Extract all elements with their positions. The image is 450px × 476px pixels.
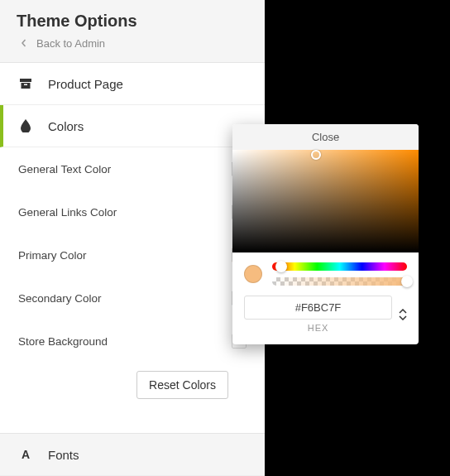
hex-mode-label: HEX: [244, 323, 392, 333]
nav-label: Fonts: [48, 448, 79, 462]
picker-close-button[interactable]: Close: [232, 124, 419, 150]
color-row-store-bg: Store Background: [18, 320, 247, 363]
svg-rect-1: [22, 83, 31, 89]
chevron-up-icon: [399, 309, 407, 314]
saturation-gradient[interactable]: [232, 150, 419, 252]
reset-wrap: Reset Colors: [18, 363, 247, 417]
color-row-general-links: General Links Color: [18, 190, 247, 233]
color-label: Secondary Color: [18, 292, 102, 305]
hue-slider[interactable]: [272, 262, 407, 271]
tint-icon: [18, 118, 33, 133]
nav-fonts[interactable]: A Fonts: [0, 433, 265, 476]
alpha-slider[interactable]: [272, 277, 407, 286]
color-label: Store Background: [18, 335, 108, 348]
chevron-down-icon: [399, 315, 407, 320]
color-row-general-text: General Text Color: [18, 147, 247, 190]
color-row-primary: Primary Color: [18, 233, 247, 276]
theme-options-panel: Theme Options Back to Admin Product Page…: [0, 0, 265, 476]
hex-input[interactable]: [244, 296, 392, 320]
mode-cycle-button[interactable]: [399, 309, 407, 320]
panel-header: Theme Options Back to Admin: [0, 0, 265, 63]
color-picker-popover: Close HEX: [232, 124, 419, 344]
alpha-handle[interactable]: [401, 276, 413, 287]
svg-rect-2: [24, 84, 27, 86]
color-label: General Links Color: [18, 206, 117, 219]
nav-label: Product Page: [48, 77, 123, 91]
back-label: Back to Admin: [36, 37, 105, 50]
font-icon: A: [18, 447, 33, 462]
color-label: Primary Color: [18, 249, 87, 262]
color-row-secondary: Secondary Color: [18, 276, 247, 320]
page-title: Theme Options: [17, 12, 248, 31]
archive-icon: [18, 76, 33, 91]
picker-controls: HEX: [232, 252, 419, 344]
hue-handle[interactable]: [275, 261, 287, 272]
svg-text:A: A: [22, 448, 30, 461]
reset-colors-button[interactable]: Reset Colors: [136, 371, 228, 399]
color-options-list: General Text Color General Links Color P…: [0, 147, 265, 433]
gradient-handle[interactable]: [311, 150, 321, 160]
svg-rect-0: [20, 79, 31, 82]
back-to-admin-link[interactable]: Back to Admin: [17, 36, 248, 50]
chevron-left-icon: [17, 36, 31, 50]
nav-colors[interactable]: Colors: [0, 105, 265, 147]
nav-product-page[interactable]: Product Page: [0, 63, 265, 105]
color-label: General Text Color: [18, 163, 111, 175]
nav-label: Colors: [48, 119, 84, 133]
color-preview-dot: [244, 265, 262, 283]
